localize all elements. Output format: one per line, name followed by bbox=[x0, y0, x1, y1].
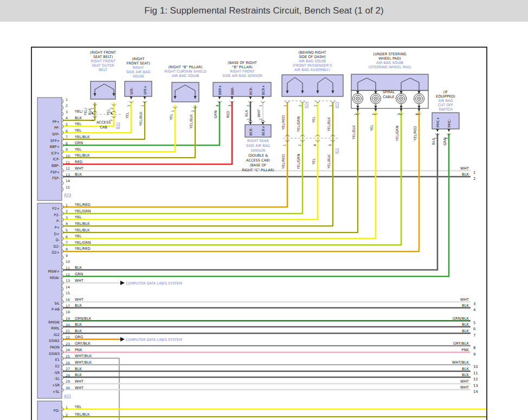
wire-color-label: YEL bbox=[125, 112, 130, 119]
component-name: CUT OFF bbox=[438, 103, 454, 107]
wire-color-label: GRN/BLK bbox=[75, 316, 92, 321]
ecu-pin-label: IG2 bbox=[54, 333, 60, 337]
component-pin-name: SFR- bbox=[130, 87, 133, 95]
wire-color-label: WHT/BLK bbox=[75, 360, 92, 365]
component-name: SQUIB bbox=[133, 74, 144, 79]
row-number: 7 bbox=[66, 135, 68, 139]
wire-color-label: YEL bbox=[169, 114, 173, 121]
component-header: (BASE OF bbox=[250, 163, 267, 167]
pin-number: 1 bbox=[329, 105, 332, 107]
edge-wire-label: BLK bbox=[462, 367, 469, 371]
component-name: AIR BAG SQUIB bbox=[299, 59, 326, 63]
component-header: WHEEL PAD) bbox=[378, 56, 401, 61]
edge-wire-label: GRY/BLK bbox=[453, 341, 469, 346]
component-header: (RIGHT FRONT bbox=[90, 50, 117, 55]
component-name: SIDE AIR BAG bbox=[246, 144, 270, 148]
arrow-down-icon bbox=[218, 96, 221, 100]
wire-color-label: YEL/RED bbox=[413, 126, 417, 141]
wire-color-label: YEL/ bbox=[83, 107, 88, 116]
wire-color-label: BLK bbox=[75, 367, 82, 371]
wire-color-label: YEL/RED bbox=[281, 115, 286, 131]
row-number: 15 bbox=[66, 291, 70, 295]
row-number: 27 bbox=[66, 367, 70, 371]
wire-color-label: YEL bbox=[370, 125, 374, 132]
component-header: (DOUBLE & bbox=[248, 153, 268, 158]
edge-wire-label: WHT bbox=[460, 385, 469, 390]
wire-color-label: GRN bbox=[75, 272, 83, 276]
component-header: FRONT SEAT) bbox=[126, 61, 150, 66]
pin-number: 2 bbox=[259, 118, 262, 120]
wire-color-label: WHT bbox=[75, 298, 84, 302]
component-name: SIDE AIR BAG bbox=[126, 70, 151, 74]
component-pin-name: SFR+ bbox=[143, 86, 147, 95]
row-number: 20 bbox=[66, 323, 70, 327]
component-name: (STEERING WHEEL PAD) bbox=[368, 65, 411, 69]
connector-link-A23[interactable]: A23 bbox=[64, 193, 71, 197]
pin-number: 3 bbox=[328, 144, 332, 146]
arrow-down-icon bbox=[374, 108, 377, 112]
component-header: (RIGHT bbox=[132, 57, 145, 61]
pin-number: 4 bbox=[415, 113, 418, 115]
ecu-pin-label: MSW- bbox=[50, 276, 60, 280]
wire-color-label: BLK bbox=[244, 109, 249, 117]
edge-wire-label: BLK bbox=[462, 322, 469, 327]
wire-color-label: RED bbox=[226, 111, 230, 118]
computer-data-lines-note: COMPUTER DATA LINES SYSTEM bbox=[126, 281, 182, 286]
wire-color-label: YEL bbox=[74, 405, 81, 409]
row-number: 10 bbox=[66, 260, 70, 263]
wire-color-label: YEL bbox=[312, 117, 316, 124]
right-front-seat-outer-belt-box bbox=[91, 81, 115, 99]
edge-pin-number: 2 bbox=[473, 177, 475, 181]
edge-wire-label: BLK bbox=[462, 172, 469, 177]
component-name: SENSOR bbox=[251, 148, 266, 153]
wire-color-label: YEL/RED bbox=[281, 154, 286, 170]
row-number: 8 bbox=[66, 247, 68, 251]
ecu-pin-label: P-AB bbox=[51, 307, 60, 312]
ecu-pin-label: D- bbox=[56, 238, 60, 242]
connector-link-A25[interactable]: A25 bbox=[334, 102, 338, 108]
row-number: 5 bbox=[66, 122, 68, 126]
wire-color-label: YEL/GRN bbox=[297, 154, 301, 170]
ecu-pin-label: -SR bbox=[54, 371, 60, 375]
spiral-cable-label: SPIRAL bbox=[383, 90, 395, 94]
wire-color-label: YEL bbox=[74, 234, 81, 238]
wire-color-label: BLK bbox=[75, 116, 82, 120]
component-pin-name: BCR- bbox=[249, 127, 253, 135]
right-side-air-bag-squib-box bbox=[125, 81, 152, 96]
component-name: (FRONT PASSENGER'S bbox=[293, 63, 332, 68]
wire-block0-row6 bbox=[63, 101, 131, 133]
ecu-pin-label: E2 bbox=[55, 364, 60, 369]
wire-color-label: ORG bbox=[75, 335, 83, 339]
pin-number: 1 bbox=[259, 105, 262, 107]
edge-wire-label: BLK bbox=[462, 329, 469, 333]
ecu-pin-label: P- bbox=[56, 219, 60, 223]
ecu-pin-label: SFP+ bbox=[50, 139, 60, 143]
arrow-right-icon bbox=[120, 281, 125, 285]
wire-block1-row8 bbox=[63, 110, 419, 251]
row-number: 14 bbox=[66, 285, 70, 289]
row-number: 13 bbox=[66, 173, 70, 177]
row-number: 14 bbox=[66, 179, 70, 183]
row-number: 24 bbox=[66, 348, 70, 352]
figure-title: Fig 1: Supplemental Restraints Circuit, … bbox=[0, 0, 528, 22]
edge-pin-number: 5 bbox=[473, 321, 475, 325]
row-number: 8 bbox=[66, 141, 68, 145]
connector-link-A21[interactable]: A21 bbox=[64, 394, 71, 398]
arrow-down-icon bbox=[400, 108, 402, 112]
arrow-down-icon bbox=[130, 96, 132, 100]
connector-link-B32[interactable]: B32 bbox=[115, 122, 119, 129]
component-pin-name: BCR+ bbox=[261, 85, 265, 95]
pin-number: 1 bbox=[90, 119, 94, 121]
arrow-down-icon bbox=[447, 129, 450, 132]
access-cab-label: CAB bbox=[100, 125, 107, 130]
ecu-pin-label: PD- bbox=[54, 409, 60, 413]
front-passenger-air-bag-squib-box bbox=[282, 75, 343, 96]
ecu-pin-label: D+ bbox=[54, 232, 60, 236]
pin-number: 3 bbox=[228, 105, 231, 107]
edge-pin-number: 11 bbox=[473, 371, 478, 376]
connector-link-A24[interactable]: A24 bbox=[304, 102, 308, 108]
computer-data-lines-note: COMPUTER DATA LINES SYSTEM bbox=[126, 338, 182, 342]
component-header: SIDE OF DASH) bbox=[299, 55, 326, 59]
connector-link-IG1[interactable]: IG1 bbox=[334, 148, 338, 154]
wire-color-label: YEL/GRN bbox=[395, 126, 400, 141]
